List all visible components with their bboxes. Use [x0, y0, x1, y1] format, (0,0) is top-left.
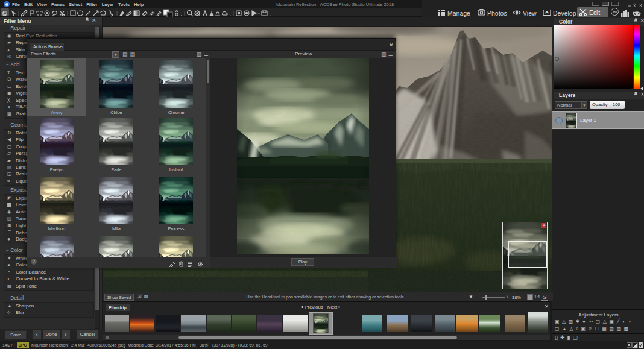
svg-text:View: View	[523, 10, 537, 17]
svg-text:Photos: Photos	[487, 10, 507, 17]
svg-text:Develop: Develop	[553, 10, 576, 17]
svg-text:Manage: Manage	[447, 10, 470, 17]
svg-text:Edit: Edit	[589, 9, 600, 16]
